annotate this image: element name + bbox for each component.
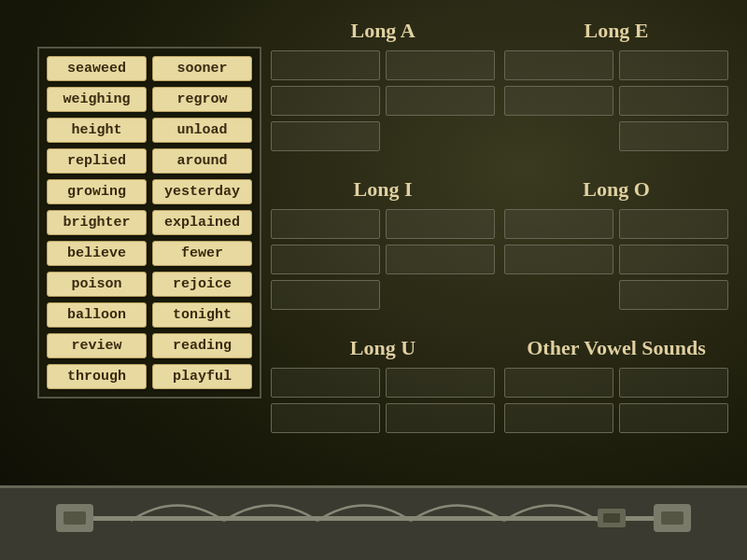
category-long-e: Long E (504, 19, 728, 168)
drop-slot[interactable] (271, 209, 380, 239)
drop-slot[interactable] (386, 403, 495, 433)
drop-slot[interactable] (271, 86, 380, 116)
categories-grid: Long A Long E Long I Lo (271, 19, 728, 485)
category-long-a: Long A (271, 19, 495, 168)
drop-slot[interactable] (271, 121, 380, 151)
drop-slot[interactable] (504, 403, 613, 433)
drop-slot[interactable] (386, 245, 495, 274)
word-card[interactable]: weighing (47, 87, 147, 112)
svg-rect-4 (93, 516, 654, 521)
drop-slot[interactable] (504, 368, 613, 398)
drop-slot[interactable] (386, 368, 495, 398)
bottom-bar (0, 485, 747, 560)
drop-slot[interactable] (504, 209, 613, 239)
category-long-u-title: Long U (350, 336, 416, 360)
word-card[interactable]: seaweed (47, 56, 147, 81)
drop-slot[interactable] (386, 50, 495, 80)
word-card[interactable]: reading (152, 333, 252, 358)
word-card[interactable]: replied (47, 148, 147, 174)
drop-slot[interactable] (386, 86, 495, 116)
drop-slot[interactable] (271, 50, 380, 80)
drop-slot[interactable] (619, 86, 728, 116)
category-long-e-title: Long E (584, 19, 648, 43)
drop-slot[interactable] (504, 86, 613, 116)
category-long-u: Long U (271, 336, 495, 485)
svg-rect-3 (661, 511, 684, 525)
word-card[interactable]: rejoice (152, 272, 252, 297)
word-card[interactable]: brighter (47, 210, 147, 235)
category-long-o: Long O (504, 177, 728, 327)
category-other-vowel-title: Other Vowel Sounds (527, 336, 706, 360)
drop-slot[interactable] (504, 245, 613, 274)
word-card[interactable]: height (47, 118, 147, 143)
svg-rect-6 (603, 513, 620, 523)
word-card[interactable]: yesterday (152, 179, 252, 204)
word-card[interactable]: sooner (152, 56, 252, 81)
drop-slot[interactable] (619, 50, 728, 80)
drop-slot[interactable] (271, 280, 380, 310)
drop-slot[interactable] (619, 280, 728, 310)
drop-slot[interactable] (619, 209, 728, 239)
drop-slot[interactable] (271, 368, 380, 398)
drop-slot[interactable] (619, 121, 728, 151)
word-card[interactable]: review (47, 333, 147, 358)
drop-slot[interactable] (619, 403, 728, 433)
word-card[interactable]: believe (47, 241, 147, 266)
word-card[interactable]: through (47, 364, 147, 389)
category-long-i: Long I (271, 177, 495, 327)
word-card[interactable]: unload (152, 118, 252, 143)
category-long-a-title: Long A (350, 19, 415, 43)
word-card[interactable]: explained (152, 210, 252, 235)
svg-rect-1 (63, 511, 86, 525)
word-card[interactable]: tonight (152, 302, 252, 328)
word-card[interactable]: playful (152, 364, 252, 389)
word-card[interactable]: growing (47, 179, 147, 204)
drop-slot[interactable] (386, 209, 495, 239)
drop-slot[interactable] (619, 245, 728, 274)
word-card[interactable]: balloon (47, 302, 147, 328)
drop-slot[interactable] (504, 50, 613, 80)
drop-slot[interactable] (619, 368, 728, 398)
word-card[interactable]: fewer (152, 241, 252, 266)
word-card[interactable]: around (152, 148, 252, 174)
word-card[interactable]: poison (47, 272, 147, 297)
arc-decoration (56, 485, 691, 560)
word-bank: seaweedsoonerweighingregrowheightunloadr… (37, 47, 261, 399)
drop-slot[interactable] (271, 403, 380, 433)
category-other-vowel: Other Vowel Sounds (504, 336, 728, 485)
drop-slot[interactable] (271, 245, 380, 274)
category-long-i-title: Long I (354, 177, 413, 202)
category-long-o-title: Long O (583, 177, 650, 202)
word-card[interactable]: regrow (152, 87, 252, 112)
